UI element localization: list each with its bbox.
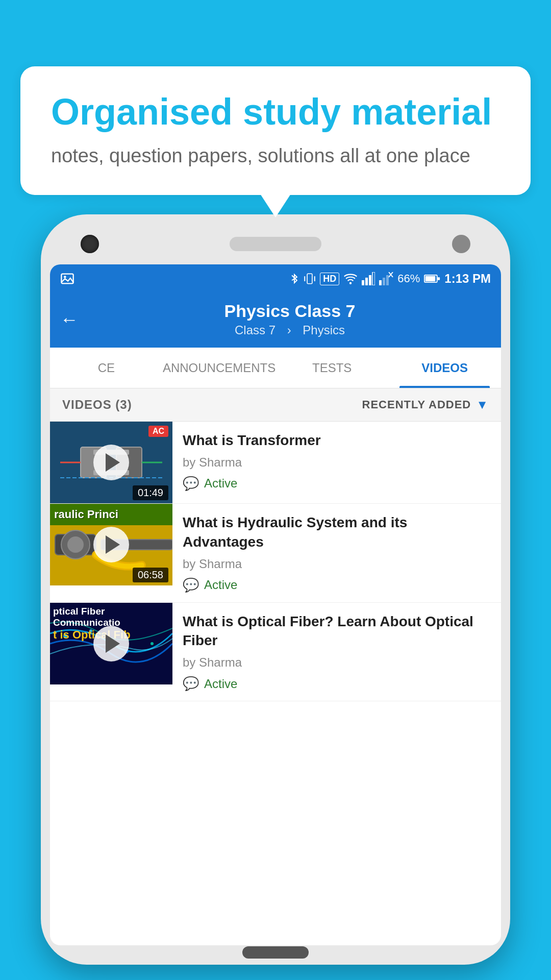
breadcrumb-subject: Physics: [303, 323, 345, 337]
chat-icon-hydraulic: 💬: [183, 577, 199, 593]
tab-ce[interactable]: CE: [50, 348, 163, 388]
video-thumbnail-optical: ptical Fiber Communicatio t is Optical F…: [50, 603, 172, 684]
status-bar-right: HD: [289, 272, 491, 286]
hd-badge: HD: [320, 273, 339, 285]
app-header: ← Physics Class 7 Class 7 › Physics: [50, 293, 501, 348]
vibrate-icon: [304, 272, 316, 285]
video-item-optical[interactable]: ptical Fiber Communicatio t is Optical F…: [50, 603, 501, 702]
video-duration-hydraulic: 06:58: [133, 568, 168, 582]
chevron-down-icon: ▼: [476, 398, 489, 412]
status-label-optical: Active: [204, 677, 237, 691]
tab-tests[interactable]: TESTS: [276, 348, 388, 388]
svg-rect-2: [307, 274, 312, 284]
time-display: 1:13 PM: [444, 272, 491, 286]
speech-bubble-subtext: notes, question papers, solutions all at…: [51, 142, 500, 169]
battery-percent: 66%: [397, 272, 420, 285]
svg-rect-6: [362, 280, 364, 285]
play-button-optical[interactable]: [93, 626, 129, 662]
optical-title-line1: ptical Fiber Communicatio: [53, 606, 169, 628]
tab-announcements-label: ANNOUNCEMENTS: [163, 361, 276, 375]
bluetooth-icon: [289, 272, 299, 285]
phone-top-bar: [50, 224, 501, 264]
tab-videos-label: VIDEOS: [421, 361, 468, 375]
svg-point-30: [67, 536, 84, 553]
app-title: Physics Class 7: [89, 301, 491, 321]
status-bar: HD: [50, 264, 501, 293]
phone-screen: HD: [50, 264, 501, 945]
tab-announcements[interactable]: ANNOUNCEMENTS: [163, 348, 276, 388]
svg-point-1: [64, 276, 66, 278]
svg-rect-17: [438, 277, 440, 280]
status-label-hydraulic: Active: [204, 578, 237, 592]
play-triangle-icon: [106, 453, 120, 472]
video-badge-transformer: AC: [148, 426, 168, 437]
wifi-icon: [343, 272, 358, 285]
video-item-transformer[interactable]: 01:49 AC What is Transformer by Sharma 💬…: [50, 422, 501, 504]
sort-dropdown[interactable]: RECENTLY ADDED ▼: [362, 398, 489, 412]
battery-icon: [424, 273, 440, 284]
play-button-hydraulic[interactable]: [93, 527, 129, 562]
phone-speaker: [230, 237, 321, 251]
play-button-transformer[interactable]: [93, 445, 129, 480]
chat-icon: 💬: [183, 476, 199, 492]
tabs-bar: CE ANNOUNCEMENTS TESTS VIDEOS: [50, 348, 501, 388]
video-title-hydraulic: What is Hydraulic System and its Advanta…: [183, 513, 491, 552]
image-icon: [60, 272, 74, 286]
hydraulic-overlay-text: raulic Princi: [50, 504, 172, 525]
video-status-transformer: 💬 Active: [183, 476, 491, 492]
videos-list-header: VIDEOS (3) RECENTLY ADDED ▼: [50, 388, 501, 422]
svg-rect-7: [365, 278, 368, 285]
video-title-optical: What is Optical Fiber? Learn About Optic…: [183, 612, 491, 651]
svg-rect-10: [379, 280, 382, 285]
phone-device: HD: [41, 214, 510, 965]
app-breadcrumb: Class 7 › Physics: [89, 323, 491, 337]
svg-rect-0: [61, 274, 73, 284]
svg-point-5: [349, 282, 352, 284]
svg-rect-8: [369, 275, 371, 285]
chat-icon-optical: 💬: [183, 676, 199, 692]
video-thumbnail-transformer: 01:49 AC: [50, 422, 172, 503]
back-button[interactable]: ←: [60, 309, 79, 330]
video-author-hydraulic: by Sharma: [183, 557, 491, 571]
status-bar-left: [60, 272, 74, 286]
header-title-area: Physics Class 7 Class 7 › Physics: [89, 301, 491, 337]
phone-wrapper: HD: [41, 214, 510, 965]
tab-tests-label: TESTS: [312, 361, 352, 375]
play-triangle-icon-hydraulic: [106, 535, 120, 554]
video-status-optical: 💬 Active: [183, 676, 491, 692]
speech-bubble-heading: Organised study material: [51, 92, 500, 132]
svg-rect-11: [383, 278, 385, 285]
tab-ce-label: CE: [98, 361, 115, 375]
video-title-transformer: What is Transformer: [183, 431, 491, 450]
speech-bubble: Organised study material notes, question…: [20, 66, 531, 195]
video-author-optical: by Sharma: [183, 655, 491, 670]
svg-rect-12: [386, 275, 389, 285]
phone-sensor: [452, 235, 470, 253]
video-info-transformer: What is Transformer by Sharma 💬 Active: [172, 422, 501, 501]
breadcrumb-class: Class 7: [235, 323, 276, 337]
phone-camera: [81, 235, 99, 253]
video-info-optical: What is Optical Fiber? Learn About Optic…: [172, 603, 501, 701]
tab-videos[interactable]: VIDEOS: [388, 348, 501, 388]
video-duration-transformer: 01:49: [133, 485, 168, 500]
signal-icon: [362, 272, 375, 285]
sort-label: RECENTLY ADDED: [362, 398, 471, 411]
no-signal-icon: [379, 272, 393, 285]
video-item-hydraulic[interactable]: raulic Princi 06:58 What is Hydraulic Sy…: [50, 504, 501, 603]
video-thumbnail-hydraulic: raulic Princi 06:58: [50, 504, 172, 585]
svg-rect-9: [372, 272, 375, 285]
video-info-hydraulic: What is Hydraulic System and its Advanta…: [172, 504, 501, 602]
svg-rect-16: [425, 276, 436, 282]
status-label-transformer: Active: [204, 476, 237, 491]
video-author-transformer: by Sharma: [183, 455, 491, 470]
phone-home-bar: [242, 946, 309, 959]
speech-bubble-container: Organised study material notes, question…: [20, 66, 531, 195]
video-status-hydraulic: 💬 Active: [183, 577, 491, 593]
play-triangle-icon-optical: [106, 634, 120, 653]
videos-count: VIDEOS (3): [62, 398, 132, 412]
